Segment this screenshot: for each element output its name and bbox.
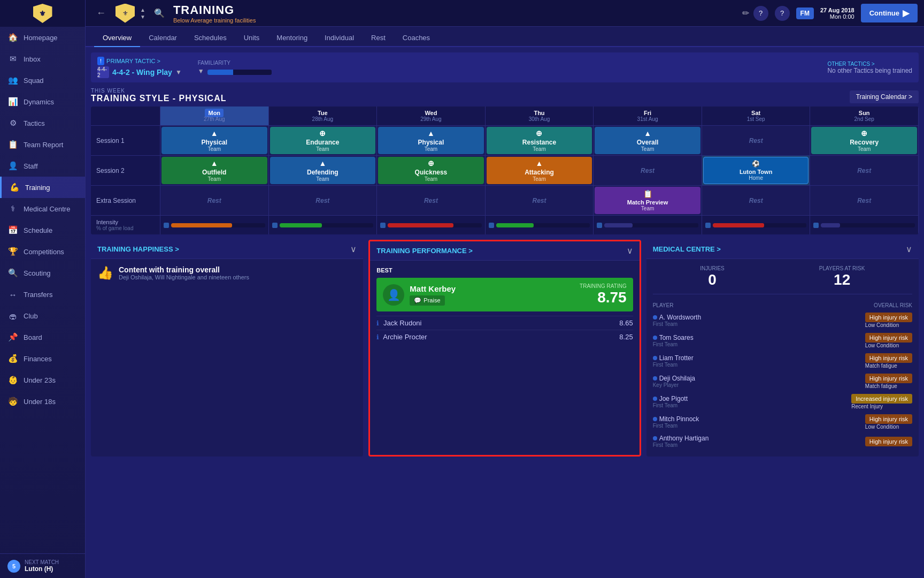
help-button-1[interactable]: ?: [753, 6, 768, 21]
schedule-icon: 📅: [7, 225, 18, 235]
this-week-label: THIS WEEK: [91, 88, 226, 94]
best-player-info: Matt Kerbey 💬 Praise: [410, 284, 574, 306]
medical-row-3[interactable]: Deji Oshilaja Key Player High injury ris…: [653, 371, 912, 391]
sidebar-item-scouting[interactable]: 🔍 Scouting: [0, 262, 85, 284]
medical-panel-header[interactable]: MEDICAL CENTRE > ∨: [646, 240, 919, 259]
medical-player-role-2: First Team: [653, 362, 861, 368]
medical-collapse-button[interactable]: ∨: [906, 244, 912, 254]
medical-player-name-1: Tom Soares: [653, 334, 861, 341]
sidebar-item-tactics[interactable]: ⚙ Tactics: [0, 112, 85, 134]
primary-tactic-link[interactable]: PRIMARY TACTIC >: [106, 58, 160, 64]
happiness-collapse-button[interactable]: ∨: [350, 244, 357, 254]
s1-wed[interactable]: ▲PhysicalTeam: [377, 126, 486, 155]
s1-fri[interactable]: ▲OverallTeam: [594, 126, 702, 155]
grid-date-wed: 29th Aug: [379, 116, 483, 122]
sidebar-item-staff[interactable]: 👤 Staff: [0, 155, 85, 177]
player5-dot-icon: [653, 417, 657, 421]
s2-mon[interactable]: ▲OutfieldTeam: [160, 156, 269, 185]
familiarity-fill: [207, 70, 233, 75]
performance-collapse-button[interactable]: ∨: [627, 246, 633, 256]
player-row-2[interactable]: ℹ Archie Procter 8.25: [376, 330, 633, 344]
session2-label: Session 2: [91, 156, 160, 185]
s1-mon[interactable]: ▲PhysicalTeam: [160, 126, 269, 155]
grid-header-tue: Tue 28th Aug: [269, 107, 378, 125]
happiness-text: Content with training overall Deji Oshil…: [119, 265, 249, 280]
page-title: TRAINING: [173, 3, 738, 17]
s1-tue[interactable]: ⊕EnduranceTeam: [269, 126, 378, 155]
s2-thu[interactable]: ▲AttackingTeam: [486, 156, 594, 185]
s2-sat[interactable]: ⚽ Luton Town Home: [702, 156, 811, 185]
crest-nav-arrows[interactable]: ▲▼: [140, 7, 145, 20]
tactic-name[interactable]: 4-4-2 - Wing Play: [112, 68, 172, 77]
performance-panel-header[interactable]: TRAINING PERFORMANCE > ∨: [370, 241, 639, 261]
session1-label: Session 1: [91, 126, 160, 155]
s1-thu[interactable]: ⊕ResistanceTeam: [486, 126, 594, 155]
intensity-sat-fill: [713, 223, 765, 227]
s2-tue[interactable]: ▲DefendingTeam: [269, 156, 378, 185]
s2-wed[interactable]: ⊕QuicknessTeam: [377, 156, 486, 185]
sidebar-item-under23[interactable]: 👶 Under 23s: [0, 369, 85, 391]
sidebar-item-schedule[interactable]: 📅 Schedule: [0, 219, 85, 241]
back-button[interactable]: ←: [92, 5, 110, 21]
other-tactics: OTHER TACTICS > No other Tactics being t…: [827, 61, 912, 74]
player2-score: 8.25: [619, 333, 633, 341]
s2-mon-name: Outfield: [202, 169, 226, 176]
help-button-2[interactable]: ?: [775, 6, 790, 21]
continue-arrow-icon: ▶: [903, 8, 909, 18]
sidebar-item-team-report[interactable]: 📋 Team Report: [0, 134, 85, 155]
tab-rest[interactable]: Rest: [363, 29, 394, 47]
praise-button[interactable]: 💬 Praise: [410, 295, 444, 306]
player-row-1[interactable]: ℹ Jack Rudoni 8.65: [376, 316, 633, 330]
tab-individual[interactable]: Individual: [316, 29, 363, 47]
medical-row-4[interactable]: Joe Pigott First Team Increased injury r…: [653, 391, 912, 412]
medical-row-6[interactable]: Anthony Hartigan First Team High injury …: [653, 432, 912, 450]
medical-row-5[interactable]: Mitch Pinnock First Team High injury ris…: [653, 412, 912, 432]
tab-schedules[interactable]: Schedules: [186, 29, 235, 47]
medical-row-0[interactable]: A. Wordsworth First Team High injury ris…: [653, 310, 912, 330]
grid-date-mon: 27th Aug: [163, 116, 266, 122]
edit-button[interactable]: ✏: [742, 8, 749, 18]
primary-tactic: ! PRIMARY TACTIC > 4-4-2 4-4-2 - Wing Pl…: [97, 57, 272, 78]
tactic-dropdown-icon[interactable]: ▼: [175, 69, 182, 76]
sidebar-item-transfers[interactable]: ↔ Transfers: [0, 284, 85, 305]
familiarity-dropdown-icon[interactable]: ▼: [198, 67, 204, 75]
continue-button[interactable]: Continue ▶: [861, 4, 918, 22]
extra-session-row: Extra Session Rest Rest Rest Rest 📋Match…: [91, 185, 919, 215]
sidebar-item-squad[interactable]: 👥 Squad: [0, 70, 85, 91]
fm-button[interactable]: FM: [796, 7, 814, 19]
sidebar-item-inbox[interactable]: ✉ Inbox: [0, 48, 85, 70]
ex-fri-name: Match Preview: [627, 199, 668, 206]
sidebar-label-scouting: Scouting: [24, 269, 51, 277]
ex-mon: Rest: [160, 186, 269, 215]
sidebar-item-medical[interactable]: ⚕ Medical Centre: [0, 198, 85, 219]
sidebar-item-club[interactable]: 🏟 Club: [0, 305, 85, 326]
happiness-panel-header[interactable]: TRAINING HAPPINESS > ∨: [91, 240, 363, 259]
grid-day-sun: Sun: [812, 110, 916, 116]
tab-calendar[interactable]: Calendar: [140, 29, 186, 47]
sidebar-item-board[interactable]: 📌 Board: [0, 326, 85, 348]
scouting-icon: 🔍: [7, 268, 18, 278]
medical-row-2[interactable]: Liam Trotter First Team High injury risk…: [653, 351, 912, 371]
sidebar-item-homepage[interactable]: 🏠 Homepage: [0, 27, 85, 48]
sidebar-item-training[interactable]: 💪 Training: [0, 177, 85, 198]
ex-fri[interactable]: 📋Match PreviewTeam: [594, 186, 702, 215]
other-tactics-link[interactable]: OTHER TACTICS >: [827, 61, 912, 67]
next-match-value[interactable]: Luton (H): [25, 565, 59, 573]
continue-label: Continue: [869, 9, 899, 17]
s1-sun[interactable]: ⊕RecoveryTeam: [810, 126, 919, 155]
medical-row-1[interactable]: Tom Soares First Team High injury risk L…: [653, 330, 912, 351]
tab-overview[interactable]: Overview: [94, 29, 140, 47]
intensity-sat: [702, 216, 811, 234]
grid-header-thu: Thu 30th Aug: [486, 107, 594, 125]
sidebar-item-competitions[interactable]: 🏆 Competitions: [0, 241, 85, 262]
tab-units[interactable]: Units: [235, 29, 268, 47]
sidebar-item-finances[interactable]: 💰 Finances: [0, 348, 85, 369]
tab-mentoring[interactable]: Mentoring: [268, 29, 316, 47]
tab-coaches[interactable]: Coaches: [394, 29, 438, 47]
sidebar-item-under18[interactable]: 🧒 Under 18s: [0, 391, 85, 412]
training-calendar-button[interactable]: Training Calendar >: [850, 90, 919, 103]
search-button[interactable]: 🔍: [150, 6, 169, 20]
medical-risk-stat: PLAYERS AT RISK 12: [819, 265, 865, 288]
best-player-card: 👤 Matt Kerbey 💬 Praise TRAINING RATING 8…: [376, 278, 633, 311]
sidebar-item-dynamics[interactable]: 📊 Dynamics: [0, 91, 85, 112]
